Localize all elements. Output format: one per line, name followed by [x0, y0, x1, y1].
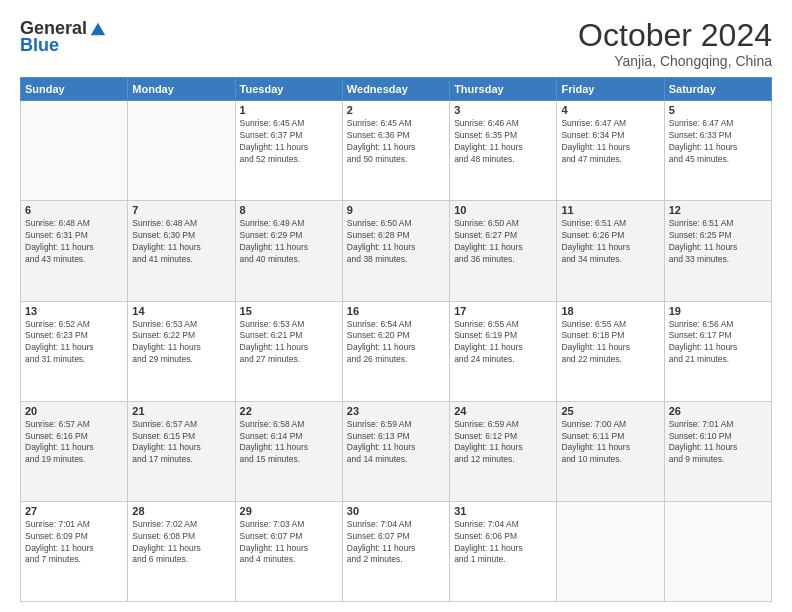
day-info: Sunrise: 7:04 AM Sunset: 6:07 PM Dayligh… — [347, 519, 445, 567]
logo-blue-text: Blue — [20, 35, 59, 56]
day-info: Sunrise: 6:49 AM Sunset: 6:29 PM Dayligh… — [240, 218, 338, 266]
calendar-cell: 4Sunrise: 6:47 AM Sunset: 6:34 PM Daylig… — [557, 101, 664, 201]
calendar-cell: 1Sunrise: 6:45 AM Sunset: 6:37 PM Daylig… — [235, 101, 342, 201]
day-number: 24 — [454, 405, 552, 417]
calendar-cell: 29Sunrise: 7:03 AM Sunset: 6:07 PM Dayli… — [235, 501, 342, 601]
calendar-week-row-5: 27Sunrise: 7:01 AM Sunset: 6:09 PM Dayli… — [21, 501, 772, 601]
day-info: Sunrise: 7:00 AM Sunset: 6:11 PM Dayligh… — [561, 419, 659, 467]
day-info: Sunrise: 6:57 AM Sunset: 6:16 PM Dayligh… — [25, 419, 123, 467]
day-info: Sunrise: 6:48 AM Sunset: 6:31 PM Dayligh… — [25, 218, 123, 266]
day-info: Sunrise: 6:53 AM Sunset: 6:21 PM Dayligh… — [240, 319, 338, 367]
logo-icon — [89, 20, 107, 38]
day-number: 22 — [240, 405, 338, 417]
calendar-cell — [128, 101, 235, 201]
calendar-cell: 7Sunrise: 6:48 AM Sunset: 6:30 PM Daylig… — [128, 201, 235, 301]
day-info: Sunrise: 6:54 AM Sunset: 6:20 PM Dayligh… — [347, 319, 445, 367]
day-number: 17 — [454, 305, 552, 317]
day-number: 2 — [347, 104, 445, 116]
day-number: 4 — [561, 104, 659, 116]
header-friday: Friday — [557, 78, 664, 101]
calendar-cell: 6Sunrise: 6:48 AM Sunset: 6:31 PM Daylig… — [21, 201, 128, 301]
calendar-cell: 21Sunrise: 6:57 AM Sunset: 6:15 PM Dayli… — [128, 401, 235, 501]
calendar-cell: 17Sunrise: 6:55 AM Sunset: 6:19 PM Dayli… — [450, 301, 557, 401]
calendar-table: Sunday Monday Tuesday Wednesday Thursday… — [20, 77, 772, 602]
day-info: Sunrise: 6:59 AM Sunset: 6:13 PM Dayligh… — [347, 419, 445, 467]
calendar-cell: 19Sunrise: 6:56 AM Sunset: 6:17 PM Dayli… — [664, 301, 771, 401]
day-number: 16 — [347, 305, 445, 317]
calendar-cell: 18Sunrise: 6:55 AM Sunset: 6:18 PM Dayli… — [557, 301, 664, 401]
day-info: Sunrise: 6:58 AM Sunset: 6:14 PM Dayligh… — [240, 419, 338, 467]
day-info: Sunrise: 7:01 AM Sunset: 6:10 PM Dayligh… — [669, 419, 767, 467]
calendar-cell: 9Sunrise: 6:50 AM Sunset: 6:28 PM Daylig… — [342, 201, 449, 301]
calendar-cell: 10Sunrise: 6:50 AM Sunset: 6:27 PM Dayli… — [450, 201, 557, 301]
day-info: Sunrise: 6:53 AM Sunset: 6:22 PM Dayligh… — [132, 319, 230, 367]
day-info: Sunrise: 7:02 AM Sunset: 6:08 PM Dayligh… — [132, 519, 230, 567]
day-info: Sunrise: 6:45 AM Sunset: 6:36 PM Dayligh… — [347, 118, 445, 166]
day-number: 13 — [25, 305, 123, 317]
day-number: 9 — [347, 204, 445, 216]
svg-marker-0 — [91, 22, 105, 35]
calendar-week-row-3: 13Sunrise: 6:52 AM Sunset: 6:23 PM Dayli… — [21, 301, 772, 401]
calendar-cell: 15Sunrise: 6:53 AM Sunset: 6:21 PM Dayli… — [235, 301, 342, 401]
day-info: Sunrise: 6:57 AM Sunset: 6:15 PM Dayligh… — [132, 419, 230, 467]
day-number: 7 — [132, 204, 230, 216]
logo: General Blue — [20, 18, 107, 56]
calendar-cell: 26Sunrise: 7:01 AM Sunset: 6:10 PM Dayli… — [664, 401, 771, 501]
day-info: Sunrise: 7:01 AM Sunset: 6:09 PM Dayligh… — [25, 519, 123, 567]
day-number: 26 — [669, 405, 767, 417]
day-number: 23 — [347, 405, 445, 417]
day-number: 30 — [347, 505, 445, 517]
day-number: 12 — [669, 204, 767, 216]
day-number: 8 — [240, 204, 338, 216]
day-info: Sunrise: 6:51 AM Sunset: 6:26 PM Dayligh… — [561, 218, 659, 266]
header-sunday: Sunday — [21, 78, 128, 101]
calendar-cell: 28Sunrise: 7:02 AM Sunset: 6:08 PM Dayli… — [128, 501, 235, 601]
title-block: October 2024 Yanjia, Chongqing, China — [578, 18, 772, 69]
day-info: Sunrise: 6:52 AM Sunset: 6:23 PM Dayligh… — [25, 319, 123, 367]
day-info: Sunrise: 6:47 AM Sunset: 6:33 PM Dayligh… — [669, 118, 767, 166]
day-number: 3 — [454, 104, 552, 116]
calendar-week-row-4: 20Sunrise: 6:57 AM Sunset: 6:16 PM Dayli… — [21, 401, 772, 501]
day-info: Sunrise: 6:51 AM Sunset: 6:25 PM Dayligh… — [669, 218, 767, 266]
header-tuesday: Tuesday — [235, 78, 342, 101]
calendar-week-row-1: 1Sunrise: 6:45 AM Sunset: 6:37 PM Daylig… — [21, 101, 772, 201]
header-thursday: Thursday — [450, 78, 557, 101]
day-info: Sunrise: 6:45 AM Sunset: 6:37 PM Dayligh… — [240, 118, 338, 166]
calendar-cell: 3Sunrise: 6:46 AM Sunset: 6:35 PM Daylig… — [450, 101, 557, 201]
calendar-cell: 14Sunrise: 6:53 AM Sunset: 6:22 PM Dayli… — [128, 301, 235, 401]
header-wednesday: Wednesday — [342, 78, 449, 101]
calendar-cell: 27Sunrise: 7:01 AM Sunset: 6:09 PM Dayli… — [21, 501, 128, 601]
calendar-cell: 20Sunrise: 6:57 AM Sunset: 6:16 PM Dayli… — [21, 401, 128, 501]
calendar-cell — [21, 101, 128, 201]
day-info: Sunrise: 6:59 AM Sunset: 6:12 PM Dayligh… — [454, 419, 552, 467]
calendar-cell: 12Sunrise: 6:51 AM Sunset: 6:25 PM Dayli… — [664, 201, 771, 301]
day-number: 25 — [561, 405, 659, 417]
day-info: Sunrise: 6:47 AM Sunset: 6:34 PM Dayligh… — [561, 118, 659, 166]
day-info: Sunrise: 7:03 AM Sunset: 6:07 PM Dayligh… — [240, 519, 338, 567]
day-info: Sunrise: 6:48 AM Sunset: 6:30 PM Dayligh… — [132, 218, 230, 266]
day-number: 10 — [454, 204, 552, 216]
calendar-cell: 11Sunrise: 6:51 AM Sunset: 6:26 PM Dayli… — [557, 201, 664, 301]
day-number: 15 — [240, 305, 338, 317]
calendar-cell: 31Sunrise: 7:04 AM Sunset: 6:06 PM Dayli… — [450, 501, 557, 601]
calendar-cell: 5Sunrise: 6:47 AM Sunset: 6:33 PM Daylig… — [664, 101, 771, 201]
calendar-cell: 24Sunrise: 6:59 AM Sunset: 6:12 PM Dayli… — [450, 401, 557, 501]
day-number: 31 — [454, 505, 552, 517]
calendar-cell: 25Sunrise: 7:00 AM Sunset: 6:11 PM Dayli… — [557, 401, 664, 501]
day-number: 5 — [669, 104, 767, 116]
day-number: 6 — [25, 204, 123, 216]
day-info: Sunrise: 6:50 AM Sunset: 6:27 PM Dayligh… — [454, 218, 552, 266]
header: General Blue October 2024 Yanjia, Chongq… — [20, 18, 772, 69]
day-number: 27 — [25, 505, 123, 517]
day-info: Sunrise: 6:55 AM Sunset: 6:19 PM Dayligh… — [454, 319, 552, 367]
day-info: Sunrise: 6:50 AM Sunset: 6:28 PM Dayligh… — [347, 218, 445, 266]
day-number: 28 — [132, 505, 230, 517]
day-number: 20 — [25, 405, 123, 417]
day-info: Sunrise: 6:46 AM Sunset: 6:35 PM Dayligh… — [454, 118, 552, 166]
day-number: 21 — [132, 405, 230, 417]
day-number: 19 — [669, 305, 767, 317]
calendar-cell: 8Sunrise: 6:49 AM Sunset: 6:29 PM Daylig… — [235, 201, 342, 301]
calendar-cell — [557, 501, 664, 601]
header-saturday: Saturday — [664, 78, 771, 101]
calendar-cell: 16Sunrise: 6:54 AM Sunset: 6:20 PM Dayli… — [342, 301, 449, 401]
